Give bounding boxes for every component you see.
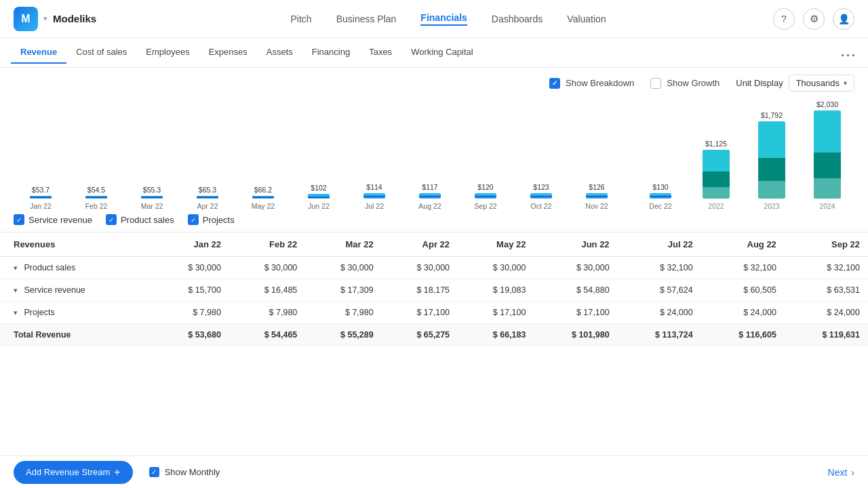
bar-group[interactable]: $117Aug 22 — [403, 183, 457, 210]
sub-nav-working-capital[interactable]: Working Capital — [401, 41, 483, 64]
bar-axis-label: Oct 22 — [531, 202, 552, 210]
table-row: ▾ Projects $ 7,980 $ 7,980 $ 7,980 $ 17,… — [0, 302, 868, 324]
bar-group[interactable]: $1,7922023 — [745, 111, 799, 210]
nav-pitch[interactable]: Pitch — [291, 14, 312, 24]
table-row: ▾ Product sales $ 30,000 $ 30,000 $ 30,0… — [0, 257, 868, 279]
row-product-sales-apr: $ 30,000 — [382, 257, 458, 279]
bar-value-label: $1,792 — [761, 111, 783, 119]
show-growth-control[interactable]: Show Growth — [650, 78, 719, 89]
bar-stack — [703, 150, 730, 199]
bar-group[interactable]: $65.3Apr 22 — [180, 186, 235, 210]
bar-value-label: $120 — [477, 183, 493, 191]
bar-value-label: $102 — [311, 184, 326, 192]
bar-axis-label: Dec 22 — [649, 202, 671, 210]
row-service-revenue-may: $ 19,083 — [458, 279, 534, 302]
legend-service-revenue[interactable]: ✓ Service revenue — [14, 214, 92, 225]
add-revenue-label: Add Revenue Stream — [26, 467, 110, 477]
sub-nav-expenses[interactable]: Expenses — [199, 41, 257, 64]
legend-projects-checkbox[interactable]: ✓ — [188, 214, 199, 225]
table-section: Revenues Jan 22 Feb 22 Mar 22 Apr 22 May… — [0, 232, 868, 346]
sub-nav-revenue[interactable]: Revenue — [11, 41, 66, 64]
bar-stack — [30, 196, 52, 199]
total-aug: $ 116,605 — [701, 324, 785, 346]
unit-display-dropdown[interactable]: Thousands ▾ — [789, 75, 854, 92]
sub-nav-cost-of-sales[interactable]: Cost of sales — [66, 41, 136, 64]
sub-nav-employees[interactable]: Employees — [136, 41, 199, 64]
row-product-sales-label[interactable]: ▾ Product sales — [0, 257, 153, 279]
total-feb: $ 54,465 — [229, 324, 305, 346]
user-button[interactable]: 👤 — [833, 8, 854, 30]
bar-stack — [419, 193, 441, 199]
bar-stack — [814, 110, 841, 199]
bar-value-label: $117 — [422, 183, 437, 191]
bar-stack — [586, 193, 608, 199]
bar-group[interactable]: $123Oct 22 — [514, 183, 568, 210]
sub-nav-taxes[interactable]: Taxes — [359, 41, 401, 64]
nav-business-plan[interactable]: Business Plan — [336, 14, 397, 24]
settings-button[interactable]: ⚙ — [803, 8, 825, 30]
sub-nav-more[interactable]: ... — [841, 45, 857, 60]
bar-stack — [308, 194, 330, 199]
col-header-mar22: Mar 22 — [305, 232, 381, 257]
row-projects-aug: $ 24,000 — [701, 302, 785, 324]
sub-nav-assets[interactable]: Assets — [257, 41, 302, 64]
legend-product-checkbox[interactable]: ✓ — [106, 214, 117, 225]
show-growth-checkbox[interactable] — [650, 78, 661, 89]
logo-chevron: ▾ — [43, 14, 47, 23]
expand-icon: ▾ — [14, 286, 18, 294]
bar-value-label: $130 — [652, 183, 668, 191]
row-projects-may: $ 17,100 — [458, 302, 534, 324]
bar-group[interactable]: $114Jul 22 — [347, 183, 401, 210]
col-header-apr22: Apr 22 — [382, 232, 458, 257]
legend-projects-label: Projects — [203, 215, 235, 225]
add-revenue-stream-button[interactable]: Add Revenue Stream + — [14, 461, 133, 484]
bar-group[interactable]: $54.5Feb 22 — [69, 186, 123, 210]
row-product-sales-feb: $ 30,000 — [229, 257, 305, 279]
show-monthly-checkbox[interactable]: ✓ — [149, 467, 159, 477]
bar-group[interactable]: $130Dec 22 — [633, 183, 688, 210]
bar-group[interactable]: $53.7Jan 22 — [14, 186, 68, 210]
total-label: Total Revenue — [0, 324, 153, 346]
next-button[interactable]: Next › — [828, 467, 854, 478]
nav-dashboards[interactable]: Dashboards — [492, 14, 543, 24]
logo[interactable]: M ▾ Modeliks — [14, 7, 96, 31]
row-service-revenue-label[interactable]: ▾ Service revenue — [0, 279, 153, 302]
bar-value-label: $54.5 — [87, 186, 105, 194]
bar-value-label: $123 — [533, 183, 549, 191]
total-jan: $ 53,680 — [153, 324, 229, 346]
main-nav: Pitch Business Plan Financials Dashboard… — [123, 12, 773, 26]
row-product-sales-aug: $ 32,100 — [701, 257, 785, 279]
bar-group[interactable]: $126Nov 22 — [570, 183, 624, 210]
legend-projects[interactable]: ✓ Projects — [188, 214, 235, 225]
row-projects-jan: $ 7,980 — [153, 302, 229, 324]
bar-group[interactable]: $120Sep 22 — [458, 183, 513, 210]
revenue-table: Revenues Jan 22 Feb 22 Mar 22 Apr 22 May… — [0, 232, 868, 346]
sub-nav-financing[interactable]: Financing — [302, 41, 359, 64]
show-monthly-control[interactable]: ✓ Show Monthly — [149, 467, 220, 477]
legend-product-sales[interactable]: ✓ Product sales — [106, 214, 174, 225]
show-breakdown-control[interactable]: ✓ Show Breakdown — [549, 78, 634, 89]
row-product-sales-mar: $ 30,000 — [305, 257, 381, 279]
nav-financials[interactable]: Financials — [420, 12, 467, 26]
bar-value-label: $1,125 — [705, 140, 727, 148]
col-header-jun22: Jun 22 — [534, 232, 617, 257]
bar-group[interactable]: $55.3Mar 22 — [125, 186, 179, 210]
help-button[interactable]: ? — [773, 8, 795, 30]
row-product-sales-jul: $ 32,100 — [618, 257, 701, 279]
bar-group[interactable]: $2,0302024 — [800, 100, 854, 210]
bar-group[interactable]: $1,1252022 — [689, 140, 743, 210]
bar-stack — [530, 193, 552, 199]
bar-group[interactable]: $102Jun 22 — [292, 184, 346, 210]
nav-valuation[interactable]: Valuation — [567, 14, 606, 24]
col-header-may22: May 22 — [458, 232, 534, 257]
expand-icon: ▾ — [14, 264, 18, 272]
legend-service-checkbox[interactable]: ✓ — [14, 214, 24, 225]
row-service-revenue-sep: $ 63,531 — [785, 279, 868, 302]
bar-group[interactable]: $66.2May 22 — [236, 186, 290, 210]
show-breakdown-checkbox[interactable]: ✓ — [549, 78, 560, 89]
row-projects-mar: $ 7,980 — [305, 302, 381, 324]
bar-axis-label: Aug 22 — [418, 202, 441, 210]
bar-stack — [141, 196, 163, 199]
bar-stack — [758, 121, 785, 199]
row-projects-label[interactable]: ▾ Projects — [0, 302, 153, 324]
